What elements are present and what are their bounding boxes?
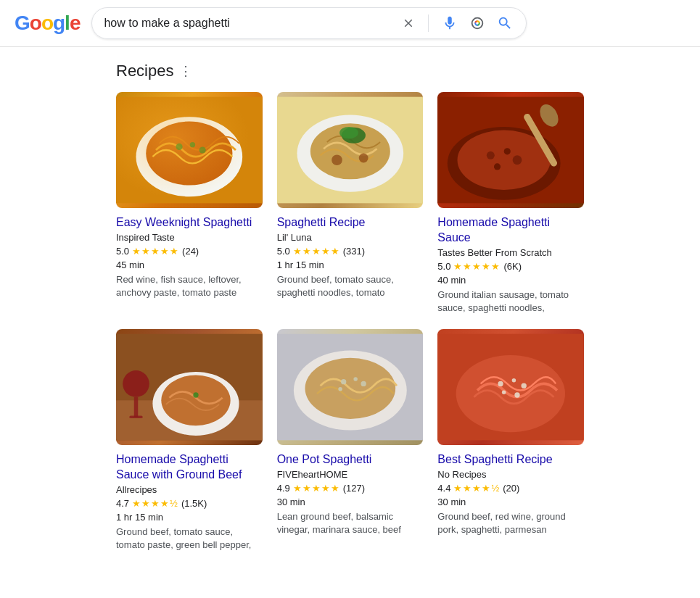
- rating-number: 4.7: [116, 498, 129, 509]
- recipe-ingredients: Ground beef, tomato sauce, spaghetti noo…: [277, 273, 424, 299]
- svg-point-13: [358, 154, 368, 163]
- svg-point-30: [193, 392, 198, 397]
- recipe-source: FIVEheartHOME: [277, 469, 424, 480]
- voice-search-button[interactable]: [440, 14, 459, 33]
- recipe-image: [116, 329, 263, 445]
- lens-icon: [469, 15, 485, 31]
- recipe-title[interactable]: Homemade Spaghetti Sauce with Ground Bee…: [116, 452, 263, 483]
- stars: ★★★★★: [453, 261, 501, 272]
- recipe-image: [277, 92, 424, 208]
- review-count: (331): [343, 246, 365, 257]
- clear-icon: [402, 17, 415, 30]
- stars: ★★★★★: [293, 246, 340, 257]
- svg-rect-29: [129, 415, 142, 418]
- svg-point-0: [472, 18, 483, 29]
- recipe-image: [437, 92, 584, 208]
- svg-rect-28: [134, 397, 138, 417]
- review-count: (127): [343, 483, 365, 494]
- svg-rect-1: [116, 97, 263, 204]
- review-count: (6K): [503, 261, 522, 272]
- recipe-rating-row: 5.0 ★★★★★ (24): [116, 246, 263, 257]
- recipe-source: Tastes Better From Scratch: [437, 247, 584, 258]
- recipe-time: 30 min: [437, 497, 584, 507]
- review-count: (1.5K): [181, 498, 207, 509]
- svg-point-3: [146, 122, 232, 186]
- lens-button[interactable]: [468, 14, 487, 33]
- svg-point-6: [199, 146, 206, 153]
- svg-point-17: [487, 151, 495, 159]
- recipes-title: Recipes: [116, 62, 173, 80]
- rating-number: 5.0: [437, 261, 450, 272]
- svg-point-20: [494, 163, 501, 170]
- svg-point-45: [515, 392, 520, 397]
- clear-button[interactable]: [400, 15, 416, 31]
- recipe-rating-row: 4.9 ★★★★★ (127): [277, 483, 424, 494]
- rating-number: 4.9: [277, 483, 290, 494]
- svg-point-36: [361, 381, 366, 386]
- recipe-title[interactable]: Easy Weeknight Spaghetti: [116, 215, 263, 231]
- search-bar[interactable]: [91, 7, 527, 39]
- recipe-time: 30 min: [277, 497, 424, 507]
- stars: ★★★★½: [453, 483, 500, 494]
- recipe-rating-row: 4.7 ★★★★½ (1.5K): [116, 498, 263, 509]
- svg-point-35: [353, 377, 358, 381]
- svg-point-44: [502, 391, 506, 395]
- rating-number: 5.0: [277, 246, 290, 257]
- svg-point-34: [341, 379, 346, 384]
- recipe-image: [437, 329, 584, 445]
- recipe-title[interactable]: Spaghetti Recipe: [277, 215, 424, 231]
- recipe-image: [277, 329, 424, 445]
- svg-point-18: [504, 148, 511, 154]
- svg-point-12: [332, 154, 342, 165]
- recipe-ingredients: Ground italian sausage, tomato sauce, sp…: [437, 288, 584, 315]
- recipe-card[interactable]: One Pot Spaghetti FIVEheartHOME 4.9 ★★★★…: [277, 329, 424, 552]
- recipe-ingredients: Ground beef, red wine, ground pork, spag…: [437, 510, 584, 536]
- recipe-title[interactable]: Homemade Spaghetti Sauce: [437, 215, 584, 246]
- more-options-button[interactable]: ⋮: [179, 63, 193, 79]
- header: Google: [0, 0, 700, 47]
- recipes-header: Recipes ⋮: [116, 62, 584, 80]
- recipe-title[interactable]: One Pot Spaghetti: [277, 452, 424, 468]
- search-input[interactable]: [104, 17, 400, 30]
- main-content: Recipes ⋮ Easy Weeknight Spaghetti Inspi…: [0, 47, 700, 566]
- svg-point-43: [522, 383, 527, 388]
- recipe-rating-row: 5.0 ★★★★★ (6K): [437, 261, 584, 272]
- recipe-time: 40 min: [437, 275, 584, 286]
- svg-point-41: [498, 381, 503, 386]
- recipe-image: [116, 92, 263, 208]
- recipe-rating-row: 4.4 ★★★★½ (20): [437, 483, 584, 494]
- svg-point-5: [190, 142, 195, 147]
- stars: ★★★★★: [293, 483, 340, 494]
- recipe-ingredients: Lean ground beef, balsamic vinegar, mari…: [277, 510, 424, 536]
- recipe-card[interactable]: Homemade Spaghetti Sauce with Ground Bee…: [116, 329, 263, 552]
- recipe-ingredients: Red wine, fish sauce, leftover, anchovy …: [116, 273, 263, 299]
- svg-point-2: [136, 117, 242, 196]
- review-count: (20): [503, 483, 519, 494]
- review-count: (24): [182, 246, 199, 257]
- search-button[interactable]: [495, 14, 514, 33]
- recipe-card[interactable]: Spaghetti Recipe Lil' Luna 5.0 ★★★★★ (33…: [277, 92, 424, 315]
- recipe-rating-row: 5.0 ★★★★★ (331): [277, 246, 424, 257]
- recipe-time: 45 min: [116, 259, 263, 270]
- rating-number: 5.0: [116, 246, 129, 257]
- recipe-time: 1 hr 15 min: [277, 259, 424, 270]
- recipe-title[interactable]: Best Spaghetti Recipe: [437, 452, 584, 468]
- recipe-source: No Recipes: [437, 469, 584, 480]
- recipe-source: Inspired Taste: [116, 232, 263, 243]
- recipes-grid: Easy Weeknight Spaghetti Inspired Taste …: [116, 92, 584, 552]
- svg-point-4: [176, 144, 182, 150]
- recipe-source: Lil' Luna: [277, 232, 424, 243]
- rating-number: 4.4: [437, 483, 450, 494]
- microphone-icon: [442, 15, 458, 31]
- recipe-card[interactable]: Easy Weeknight Spaghetti Inspired Taste …: [116, 92, 263, 315]
- stars: ★★★★½: [132, 498, 178, 509]
- recipe-source: Allrecipes: [116, 484, 263, 495]
- svg-point-42: [512, 378, 516, 383]
- stars: ★★★★★: [132, 246, 179, 257]
- svg-point-11: [339, 127, 358, 139]
- svg-point-19: [513, 155, 522, 165]
- divider: [428, 14, 429, 32]
- recipe-card[interactable]: Homemade Spaghetti Sauce Tastes Better F…: [437, 92, 584, 315]
- recipe-card[interactable]: Best Spaghetti Recipe No Recipes 4.4 ★★★…: [437, 329, 584, 552]
- svg-point-27: [123, 370, 149, 397]
